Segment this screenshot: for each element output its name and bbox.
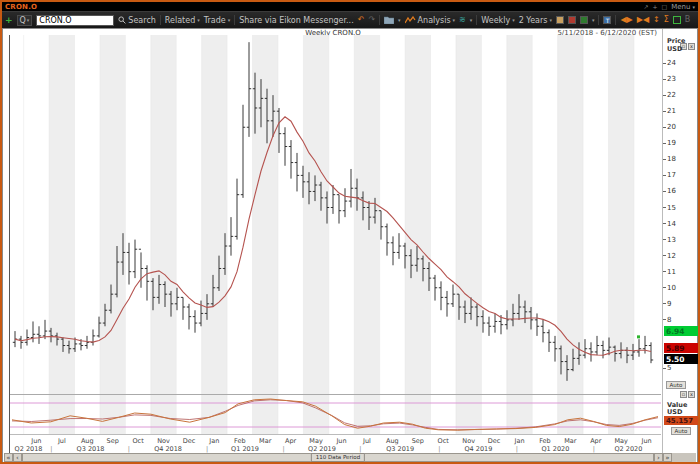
chevron-down-icon: ▾ [512, 17, 515, 23]
current-price-dot [637, 335, 640, 338]
search-button[interactable]: Search [118, 16, 155, 25]
expand-horizontal-icon[interactable]: ◀▶ [620, 16, 632, 24]
divider [615, 15, 616, 25]
price-tick: 20 [663, 123, 676, 131]
plot-left-border [9, 35, 10, 453]
text-annotation-icon[interactable]: T [603, 16, 611, 24]
month-label: Jan [510, 437, 530, 445]
sum-icon[interactable]: Σ [664, 16, 669, 24]
related-button[interactable]: Related ▾ [165, 16, 200, 25]
eikon-chart-window: CRON.O ↗ + □ Menu ▾ + Q ▾ Search Rela [0, 0, 700, 464]
month-label: Oct [128, 437, 148, 445]
divider [379, 15, 380, 25]
month-label: Jun [332, 437, 352, 445]
share-label: Share via Eikon Messenger... [239, 16, 354, 25]
chevron-down-icon[interactable]: ▾ [470, 17, 473, 23]
quarter-label: Q2 2019 [300, 445, 344, 453]
month-label: Jan [204, 437, 224, 445]
close-icon[interactable]: x [688, 391, 695, 398]
quarter-label: Q1 2020 [533, 445, 577, 453]
price-tick: 16 [663, 187, 676, 195]
price-tick: 13 [663, 236, 676, 244]
month-label: Jun [26, 437, 46, 445]
quarter-separator: | [437, 445, 441, 453]
value-badge: 45.157 [664, 416, 698, 425]
overlays-icon[interactable]: ≋ [459, 16, 466, 24]
popout-icon[interactable]: ↗ [644, 4, 649, 10]
share-button[interactable]: Share via Eikon Messenger... [239, 16, 354, 25]
window-title: CRON.O [5, 3, 37, 11]
undo-icon[interactable]: ↶ [358, 16, 365, 24]
quarter-separator: | [127, 445, 131, 453]
price-axis-auto-button[interactable]: Auto [666, 381, 686, 389]
quote-label: Q [20, 16, 26, 25]
scroll-right-button[interactable]: › [654, 453, 663, 462]
related-label: Related [165, 16, 195, 25]
quarter-label: Q4 2018 [146, 445, 190, 453]
analysis-label: Analysis [418, 16, 451, 25]
price-tick: 9 [663, 300, 671, 308]
quarter-label: Q2 2020 [606, 445, 650, 453]
quarter-label: Q1 2019 [223, 445, 267, 453]
quarter-label: Q3 2018 [69, 445, 113, 453]
calendar-icon[interactable] [556, 16, 564, 24]
quarter-separator: | [592, 445, 596, 453]
month-label: Jun [637, 437, 657, 445]
value-axis-auto-button[interactable]: Auto [671, 427, 691, 435]
price-tick: 12 [663, 252, 676, 260]
trade-button[interactable]: Trade ▾ [204, 16, 230, 25]
window-icon[interactable]: □ [662, 4, 668, 10]
b-shortcut[interactable]: B [685, 16, 691, 24]
chevron-down-icon[interactable]: ▾ [398, 17, 401, 23]
price-tick: 19 [663, 139, 676, 147]
month-label: Aug [382, 437, 402, 445]
price-tick: 11 [663, 268, 676, 276]
menu-button[interactable]: Menu ▾ [671, 3, 695, 11]
month-label: Apr [586, 437, 606, 445]
scroll-far-right-button[interactable]: » [663, 453, 672, 462]
quarter-separator: | [205, 445, 209, 453]
divider [598, 15, 599, 25]
quote-dropdown[interactable]: Q ▾ [17, 15, 33, 26]
menu-label: Menu [671, 3, 690, 11]
chevron-down-icon: ▾ [692, 4, 695, 10]
month-label: Sep [103, 437, 123, 445]
time-scrollbar[interactable]: « ‹ 110 Data Period › » [4, 453, 696, 462]
quarter-separator: | [515, 445, 519, 453]
add-series-icon[interactable] [580, 16, 588, 24]
close-icon[interactable]: x [688, 43, 695, 50]
data-period-label: 110 Data Period [311, 453, 365, 462]
interval-dropdown[interactable]: Weekly ▾ [481, 16, 514, 25]
divider [234, 15, 235, 25]
selection-icon[interactable] [673, 16, 681, 24]
quarter-label: Q4 2019 [456, 445, 500, 453]
analysis-button[interactable]: Analysis ▾ [405, 16, 455, 25]
add-window-icon[interactable]: + [653, 4, 658, 10]
add-symbol-icon[interactable]: + [5, 15, 13, 25]
chevron-down-icon[interactable]: ▾ [592, 17, 595, 23]
quarter-separator: | [358, 445, 362, 453]
range-dropdown[interactable]: 2 Years ▾ [519, 16, 552, 25]
quarter-label: Q3 2019 [378, 445, 422, 453]
scroll-far-left-button[interactable]: « [4, 453, 13, 462]
analysis-zigzag-icon [405, 16, 416, 24]
folder-icon[interactable] [384, 16, 394, 24]
divider [476, 15, 477, 25]
chart-style-icon[interactable] [568, 16, 576, 24]
chevron-down-icon: ▾ [549, 17, 552, 23]
redo-icon[interactable]: ↷ [368, 16, 375, 24]
month-label: Jul [52, 437, 72, 445]
price-tick: 15 [663, 204, 676, 212]
price-tick: 5 [663, 364, 671, 372]
price-and-indicator-plot[interactable] [9, 35, 661, 435]
expand-vertical-icon[interactable]: ↕ [653, 16, 660, 24]
chevron-down-icon: ▾ [228, 17, 231, 23]
price-tick: 24 [663, 59, 676, 67]
scroll-left-button[interactable]: ‹ [13, 453, 22, 462]
restore-icon[interactable]: ▫ [680, 391, 687, 398]
symbol-input[interactable] [36, 15, 114, 26]
scroll-thumb[interactable]: 110 Data Period [22, 453, 654, 462]
price-badge-ma: 5.89 [664, 343, 698, 353]
compress-horizontal-icon[interactable]: ▶◀ [637, 16, 649, 24]
month-label: Mar [255, 437, 275, 445]
